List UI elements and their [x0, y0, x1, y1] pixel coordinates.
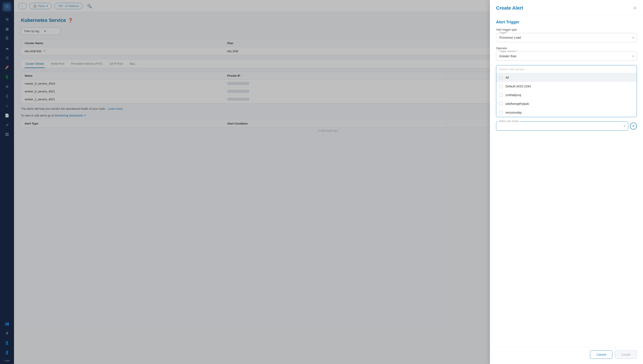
user-group-select[interactable] [496, 122, 628, 131]
trigger-field-label: Trigger * [498, 31, 509, 34]
dialog-overlay[interactable]: Create Alert ✕ Alert Trigger Alert trigg… [0, 0, 643, 364]
alert-trigger-type-label: Alert trigger type [496, 28, 637, 31]
create-alert-dialog: Create Alert ✕ Alert Trigger Alert trigg… [490, 0, 643, 364]
add-user-group-button[interactable]: + [630, 122, 637, 130]
section-title: Alert Trigger [496, 20, 637, 24]
user-group-select-wrapper: Select user Group ▾ [496, 122, 628, 131]
close-button[interactable]: ✕ [633, 6, 637, 10]
trigger-required-star: * [507, 31, 508, 34]
option-default[interactable]: Default-3433-2284 [496, 82, 637, 91]
option-all-label: All [505, 76, 509, 79]
dialog-footer: Cancel Create [490, 347, 643, 364]
trigger-operator-field-label: Trigger operator * [498, 50, 519, 52]
trigger-operator-required-star: * [517, 50, 518, 52]
checkbox-default[interactable] [499, 84, 503, 88]
option-all[interactable]: All [496, 73, 637, 82]
checkbox-veryniceday[interactable] [499, 111, 503, 114]
user-group-field-label: Select user Group [498, 120, 519, 122]
cancel-button[interactable]: Cancel [590, 350, 612, 359]
dialog-body: Alert Trigger Alert trigger type Trigger… [490, 15, 643, 347]
operator-label: Operator [496, 46, 637, 50]
checkbox-wdefwregtrhytjuki[interactable] [499, 102, 503, 106]
option-wdefwregtrhytjuki[interactable]: wdefwregtrhytjuki [496, 100, 637, 108]
dialog-title: Create Alert [496, 5, 523, 11]
trigger-operator-select[interactable]: Greater than [496, 52, 637, 61]
option-veryniceday[interactable]: veryniceday [496, 108, 637, 117]
option-zmthabjmoj-label: zmthabjmoj [505, 93, 521, 97]
option-wdefwregtrhytjuki-label: wdefwregtrhytjuki [505, 102, 529, 106]
dialog-header: Create Alert ✕ [490, 0, 643, 15]
trigger-operator-wrapper: Trigger operator * Greater than ▾ [496, 52, 637, 61]
create-button[interactable]: Create [615, 350, 637, 359]
option-zmthabjmoj[interactable]: zmthabjmoj [496, 91, 637, 100]
trigger-select-wrapper: Trigger * Processor Load ▾ [496, 33, 637, 42]
user-groups-dropdown: All Default-3433-2284 zmthabjmoj wdefwre… [496, 65, 637, 117]
option-default-label: Default-3433-2284 [505, 84, 531, 88]
search-user-groups-input[interactable] [496, 65, 637, 73]
option-veryniceday-label: veryniceday [505, 111, 522, 114]
checkbox-zmthabjmoj[interactable] [499, 93, 503, 97]
checkbox-all[interactable] [499, 76, 503, 79]
user-group-row: Select user Group ▾ + [496, 122, 637, 131]
plus-icon: + [632, 124, 635, 129]
trigger-select[interactable]: Processor Load [496, 33, 637, 42]
